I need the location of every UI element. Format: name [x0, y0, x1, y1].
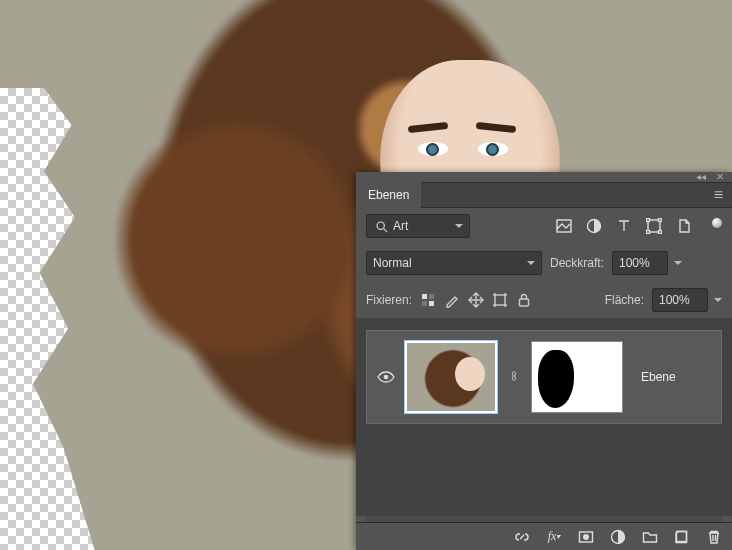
opacity-label: Deckkraft:	[550, 256, 604, 270]
lock-transparency-icon[interactable]	[420, 292, 436, 308]
search-icon	[373, 218, 389, 234]
filter-toggle-icon[interactable]	[712, 218, 722, 228]
svg-point-15	[384, 375, 389, 380]
chevron-down-icon[interactable]	[674, 256, 682, 270]
fill-value: 100%	[659, 293, 690, 307]
blend-mode-value: Normal	[373, 256, 412, 270]
lock-row: Fixieren: Fläche: 100%	[356, 281, 732, 318]
layer-list[interactable]: Ebene	[356, 318, 732, 516]
new-layer-icon[interactable]	[674, 529, 690, 545]
svg-rect-8	[659, 231, 662, 234]
svg-rect-6	[659, 219, 662, 222]
tab-layers[interactable]: Ebenen	[356, 182, 421, 208]
delete-layer-icon[interactable]	[706, 529, 722, 545]
svg-rect-9	[422, 294, 427, 299]
layer-fx-icon[interactable]: fx▾	[546, 529, 562, 545]
panel-footer: fx▾	[356, 522, 732, 550]
smartobject-filter-icon[interactable]	[676, 218, 692, 234]
layer-thumbnail[interactable]	[405, 341, 497, 413]
filter-row: Art	[356, 208, 732, 244]
chevron-down-icon[interactable]	[714, 293, 722, 307]
visibility-toggle-icon[interactable]	[377, 370, 395, 384]
shape-filter-icon[interactable]	[646, 218, 662, 234]
chevron-down-icon	[527, 258, 535, 269]
layer-filter-dropdown[interactable]: Art	[366, 214, 470, 238]
new-adjustment-icon[interactable]	[610, 529, 626, 545]
lock-label: Fixieren:	[366, 293, 412, 307]
lock-move-icon[interactable]	[468, 292, 484, 308]
collapse-icon[interactable]: ◂◂	[696, 172, 706, 182]
new-group-icon[interactable]	[642, 529, 658, 545]
layer-row[interactable]: Ebene	[366, 330, 722, 424]
blend-mode-dropdown[interactable]: Normal	[366, 251, 542, 275]
svg-point-17	[583, 534, 589, 540]
svg-rect-5	[647, 219, 650, 222]
svg-point-0	[377, 222, 384, 229]
panel-menu-icon[interactable]: ≡	[706, 186, 732, 204]
layer-filter-label: Art	[393, 219, 408, 233]
portrait-iris	[426, 143, 439, 156]
svg-rect-14	[520, 299, 529, 306]
close-icon[interactable]: ✕	[716, 172, 724, 182]
mask-link-icon[interactable]	[507, 369, 521, 386]
lock-all-icon[interactable]	[516, 292, 532, 308]
opacity-dropdown[interactable]: 100%	[612, 251, 668, 275]
fill-label: Fläche:	[605, 293, 644, 307]
lock-paint-icon[interactable]	[444, 292, 460, 308]
link-layers-icon[interactable]	[514, 529, 530, 545]
svg-rect-13	[495, 295, 505, 305]
blend-row: Normal Deckkraft: 100%	[356, 244, 732, 281]
fill-dropdown[interactable]: 100%	[652, 288, 708, 312]
svg-rect-7	[647, 231, 650, 234]
svg-line-1	[383, 228, 386, 231]
layers-panel: ◂◂ ✕ Ebenen ≡ Art Normal Deckkraft:	[356, 172, 732, 550]
panel-tabbar: Ebenen ≡	[356, 182, 732, 208]
svg-rect-19	[677, 531, 687, 541]
image-filter-icon[interactable]	[556, 218, 572, 234]
layer-mask-thumbnail[interactable]	[531, 341, 623, 413]
panel-window-controls: ◂◂ ✕	[356, 172, 732, 182]
add-mask-icon[interactable]	[578, 529, 594, 545]
portrait-iris	[486, 143, 499, 156]
layer-name[interactable]: Ebene	[641, 370, 676, 384]
svg-rect-11	[422, 301, 427, 306]
opacity-value: 100%	[619, 256, 650, 270]
chevron-down-icon	[455, 221, 463, 232]
lock-artboard-icon[interactable]	[492, 292, 508, 308]
type-filter-icon[interactable]	[616, 218, 632, 234]
adjustment-filter-icon[interactable]	[586, 218, 602, 234]
svg-rect-12	[429, 301, 434, 306]
filter-iconbar	[556, 218, 722, 234]
svg-rect-10	[429, 294, 434, 299]
